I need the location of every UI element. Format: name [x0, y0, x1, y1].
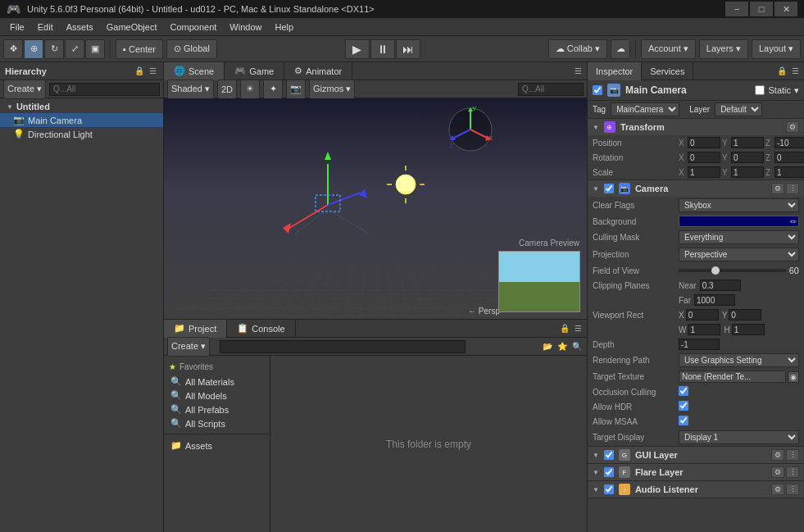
rotation-x-input[interactable] — [688, 152, 720, 163]
account-button[interactable]: Account ▾ — [641, 39, 696, 59]
rotation-y-input[interactable] — [731, 152, 764, 163]
culling-mask-select[interactable]: Everything — [679, 230, 799, 244]
project-search[interactable] — [220, 340, 466, 353]
close-button[interactable]: ✕ — [774, 2, 797, 16]
gui-active-checkbox[interactable] — [604, 450, 614, 460]
hierarchy-menu[interactable]: ☰ — [148, 66, 158, 75]
vp-h-input[interactable] — [732, 324, 765, 335]
vp-x-input[interactable] — [686, 309, 719, 321]
audio-more-btn[interactable]: ⋮ — [786, 484, 799, 495]
project-create-button[interactable]: Create ▾ — [167, 337, 210, 357]
near-input[interactable] — [700, 280, 741, 291]
position-y-input[interactable] — [731, 137, 764, 148]
project-folder-materials[interactable]: 🔍 All Materials — [164, 375, 270, 389]
flare-layer-header[interactable]: ▼ F Flare Layer ⚙ ⋮ — [588, 464, 804, 480]
scene-panel-menu[interactable]: ☰ — [573, 66, 584, 75]
project-menu-btn[interactable]: ☰ — [573, 324, 584, 333]
project-view-toggle[interactable]: 📂 — [541, 342, 554, 351]
rotation-z-input[interactable] — [774, 152, 804, 163]
transform-settings-btn[interactable]: ⚙ — [786, 121, 799, 133]
vp-w-input[interactable] — [688, 324, 720, 335]
rendering-path-select[interactable]: Use Graphics Setting — [679, 353, 799, 367]
rotate-tool[interactable]: ↻ — [44, 39, 64, 59]
menu-window[interactable]: Window — [223, 20, 268, 34]
inspector-lock[interactable]: 🔒 — [775, 66, 788, 75]
project-folder-prefabs[interactable]: 🔍 All Prefabs — [164, 402, 270, 416]
hierarchy-lock[interactable]: 🔒 — [133, 66, 146, 75]
gui-settings-btn[interactable]: ⚙ — [771, 449, 784, 461]
maximize-button[interactable]: □ — [750, 2, 773, 16]
scale-x-input[interactable] — [688, 166, 720, 178]
menu-gameobject[interactable]: GameObject — [100, 20, 164, 34]
fx-toggle[interactable]: ✦ — [263, 80, 283, 99]
menu-file[interactable]: File — [3, 20, 31, 34]
layer-select[interactable]: Default — [715, 102, 762, 116]
project-folder-models[interactable]: 🔍 All Models — [164, 389, 270, 402]
project-tab-project[interactable]: 📁 Project — [164, 320, 227, 338]
position-z-input[interactable] — [774, 137, 804, 148]
camera-icon-btn[interactable]: 📷 — [286, 80, 306, 99]
static-checkbox[interactable] — [755, 85, 765, 95]
hand-tool[interactable]: ✥ — [3, 39, 23, 59]
pause-button[interactable]: ⏸ — [370, 39, 395, 59]
tag-select[interactable]: MainCamera — [611, 102, 679, 116]
position-x-input[interactable] — [688, 137, 720, 148]
project-search-icon[interactable]: 🔍 — [570, 342, 584, 351]
camera-active-checkbox[interactable] — [604, 184, 614, 193]
inspector-menu[interactable]: ☰ — [790, 66, 801, 75]
msaa-checkbox[interactable] — [679, 416, 688, 425]
scene-tab-game[interactable]: 🎮 Game — [225, 62, 284, 80]
hierarchy-item-directionallight[interactable]: 💡 Directional Light — [0, 127, 163, 141]
gizmos-dropdown[interactable]: Gizmos ▾ — [309, 80, 355, 99]
audio-listener-header[interactable]: ▼ ♪ Audio Listener ⚙ ⋮ — [588, 481, 804, 498]
occlusion-checkbox[interactable] — [679, 386, 688, 396]
scene-search[interactable] — [518, 83, 584, 96]
layers-button[interactable]: Layers ▾ — [699, 39, 748, 59]
step-button[interactable]: ⏭ — [396, 39, 420, 59]
target-display-select[interactable]: Display 1 — [679, 430, 799, 444]
transform-header[interactable]: ▼ ⊕ Transform ⚙ — [588, 119, 804, 135]
hierarchy-item-untitled[interactable]: ▼ Untitled — [0, 100, 163, 113]
global-toggle[interactable]: ⊙ Global — [166, 39, 217, 59]
minimize-button[interactable]: − — [725, 2, 748, 16]
target-texture-btn[interactable]: ◉ — [788, 371, 799, 383]
projection-select[interactable]: Perspective — [679, 248, 799, 261]
shading-dropdown[interactable]: Shaded ▾ — [167, 80, 214, 99]
gui-layer-header[interactable]: ▼ G GUI Layer ⚙ ⋮ — [588, 447, 804, 463]
project-star[interactable]: ⭐ — [556, 342, 569, 351]
depth-input[interactable] — [679, 339, 720, 350]
menu-assets[interactable]: Assets — [60, 20, 100, 34]
flare-settings-btn[interactable]: ⚙ — [771, 466, 784, 478]
scene-tab-animator[interactable]: ⚙ Animator — [284, 62, 352, 80]
play-button[interactable]: ▶ — [345, 39, 370, 59]
move-tool[interactable]: ⊕ — [24, 39, 43, 59]
project-folder-assets[interactable]: 📁 Assets — [164, 437, 270, 452]
audio-active-checkbox[interactable] — [604, 484, 614, 494]
2d-toggle[interactable]: 2D — [217, 80, 237, 99]
project-folder-scripts[interactable]: 🔍 All Scripts — [164, 416, 270, 430]
hdr-checkbox[interactable] — [679, 401, 688, 411]
background-color[interactable]: ✏ — [679, 216, 799, 227]
scale-y-input[interactable] — [731, 166, 764, 178]
cloud-button[interactable]: ☁ — [611, 39, 630, 59]
fov-slider[interactable] — [679, 269, 786, 272]
camera-settings-btn[interactable]: ⚙ — [771, 183, 784, 194]
project-lock-btn[interactable]: 🔒 — [558, 324, 571, 333]
scene-viewport[interactable]: Y X Z ← Persp Camera Preview — [164, 98, 587, 319]
camera-header[interactable]: ▼ 📷 Camera ⚙ ⋮ — [588, 180, 804, 197]
camera-more-btn[interactable]: ⋮ — [786, 183, 799, 194]
hierarchy-item-maincamera[interactable]: 📷 Main Camera — [0, 113, 163, 127]
flare-active-checkbox[interactable] — [604, 467, 614, 477]
hierarchy-search[interactable] — [49, 83, 160, 96]
menu-help[interactable]: Help — [268, 20, 300, 34]
gui-more-btn[interactable]: ⋮ — [786, 449, 799, 461]
inspector-tab-inspector[interactable]: Inspector — [588, 62, 642, 80]
lighting-toggle[interactable]: ☀ — [240, 80, 260, 99]
audio-settings-btn[interactable]: ⚙ — [771, 484, 784, 495]
scale-z-input[interactable] — [774, 166, 804, 178]
flare-more-btn[interactable]: ⋮ — [786, 466, 799, 478]
rect-tool[interactable]: ▣ — [85, 39, 105, 59]
far-input[interactable] — [694, 294, 735, 306]
center-toggle[interactable]: ▪ Center — [116, 39, 163, 59]
menu-component[interactable]: Component — [163, 20, 223, 34]
